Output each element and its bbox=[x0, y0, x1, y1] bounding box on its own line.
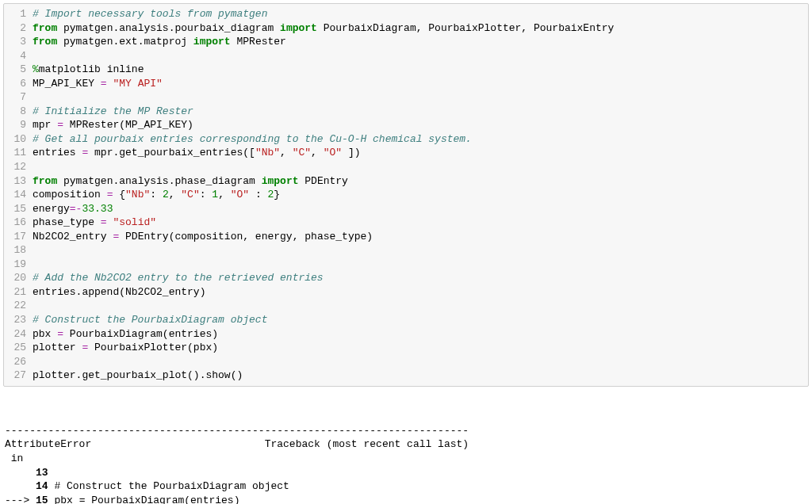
code-line[interactable]: 16phase_type = "solid" bbox=[4, 216, 808, 230]
code-source[interactable]: mpr = MPRester(MP_API_KEY) bbox=[33, 118, 808, 132]
code-source[interactable] bbox=[33, 90, 808, 105]
line-number: 25 bbox=[4, 341, 33, 355]
code-source[interactable]: # Get all pourbaix entries corresponding… bbox=[33, 132, 808, 147]
code-source[interactable]: # Construct the PourbaixDiagram object bbox=[33, 313, 808, 327]
code-source[interactable]: from pymatgen.analysis.phase_diagram imp… bbox=[33, 174, 808, 189]
code-line[interactable]: 25plotter = PourbaixPlotter(pbx) bbox=[4, 341, 808, 355]
output-line: 14 # Construct the PourbaixDiagram objec… bbox=[5, 479, 807, 494]
code-line[interactable]: 22 bbox=[4, 299, 808, 313]
code-source[interactable]: energy=-33.33 bbox=[33, 202, 808, 216]
code-line[interactable]: 13from pymatgen.analysis.phase_diagram i… bbox=[4, 174, 808, 189]
code-line[interactable]: 12 bbox=[4, 160, 808, 174]
line-number: 17 bbox=[4, 230, 33, 244]
line-number: 6 bbox=[4, 77, 33, 91]
line-number: 13 bbox=[4, 174, 33, 189]
line-number: 3 bbox=[4, 35, 33, 49]
line-number: 12 bbox=[4, 160, 33, 174]
line-number: 4 bbox=[4, 49, 33, 63]
line-number: 10 bbox=[4, 132, 33, 147]
code-source[interactable]: plotter.get_pourbaix_plot().show() bbox=[33, 368, 808, 383]
code-source[interactable]: entries.append(Nb2CO2_entry) bbox=[33, 285, 808, 300]
code-line[interactable]: 9mpr = MPRester(MP_API_KEY) bbox=[4, 118, 808, 132]
code-source[interactable]: pbx = PourbaixDiagram(entries) bbox=[33, 327, 808, 342]
output-line: 13 bbox=[5, 466, 807, 480]
code-line[interactable]: 21entries.append(Nb2CO2_entry) bbox=[4, 285, 808, 300]
code-source[interactable]: MP_API_KEY = "MY API" bbox=[33, 77, 808, 91]
code-source[interactable]: from pymatgen.ext.matproj import MPReste… bbox=[33, 35, 808, 49]
code-line[interactable]: 2from pymatgen.analysis.pourbaix_diagram… bbox=[4, 21, 808, 36]
code-line[interactable]: 3from pymatgen.ext.matproj import MPRest… bbox=[4, 35, 808, 49]
code-line[interactable]: 7 bbox=[4, 90, 808, 105]
line-number: 24 bbox=[4, 327, 33, 342]
code-line[interactable]: 11entries = mpr.get_pourbaix_entries(["N… bbox=[4, 146, 808, 160]
code-source[interactable]: phase_type = "solid" bbox=[33, 216, 808, 230]
output-line: AttributeError Traceback (most recent ca… bbox=[5, 437, 807, 452]
code-source[interactable]: from pymatgen.analysis.pourbaix_diagram … bbox=[33, 21, 808, 36]
line-number: 7 bbox=[4, 90, 33, 105]
code-line[interactable]: 8# Initialize the MP Rester bbox=[4, 105, 808, 119]
code-line[interactable]: 18 bbox=[4, 243, 808, 258]
code-line[interactable]: 6MP_API_KEY = "MY API" bbox=[4, 77, 808, 91]
line-number: 19 bbox=[4, 258, 33, 272]
code-source[interactable]: entries = mpr.get_pourbaix_entries(["Nb"… bbox=[33, 146, 808, 160]
line-number: 23 bbox=[4, 313, 33, 327]
output-line: ----------------------------------------… bbox=[5, 424, 807, 438]
code-source[interactable]: composition = {"Nb": 2, "C": 1, "O" : 2} bbox=[33, 188, 808, 202]
code-source[interactable] bbox=[33, 258, 808, 272]
code-line[interactable]: 24pbx = PourbaixDiagram(entries) bbox=[4, 327, 808, 342]
code-source[interactable]: # Initialize the MP Rester bbox=[33, 105, 808, 119]
line-number: 9 bbox=[4, 118, 33, 132]
code-line[interactable]: 19 bbox=[4, 258, 808, 272]
code-source[interactable]: plotter = PourbaixPlotter(pbx) bbox=[33, 341, 808, 355]
line-number: 18 bbox=[4, 243, 33, 258]
code-line[interactable]: 23# Construct the PourbaixDiagram object bbox=[4, 313, 808, 327]
line-number: 14 bbox=[4, 188, 33, 202]
code-line[interactable]: 4 bbox=[4, 49, 808, 63]
line-number: 20 bbox=[4, 271, 33, 285]
code-line[interactable]: 10# Get all pourbaix entries correspondi… bbox=[4, 132, 808, 147]
code-source[interactable] bbox=[33, 355, 808, 369]
code-line[interactable]: 14composition = {"Nb": 2, "C": 1, "O" : … bbox=[4, 188, 808, 202]
code-line[interactable]: 26 bbox=[4, 355, 808, 369]
code-source[interactable]: # Import necessary tools from pymatgen bbox=[33, 7, 808, 21]
code-source[interactable] bbox=[33, 299, 808, 313]
code-source[interactable]: Nb2CO2_entry = PDEntry(composition, ener… bbox=[33, 230, 808, 244]
line-number: 1 bbox=[4, 7, 33, 21]
line-number: 15 bbox=[4, 202, 33, 216]
output-line: in bbox=[5, 452, 807, 466]
line-number: 26 bbox=[4, 355, 33, 369]
code-input-cell[interactable]: 1# Import necessary tools from pymatgen2… bbox=[3, 3, 809, 387]
line-number: 27 bbox=[4, 368, 33, 383]
line-number: 16 bbox=[4, 216, 33, 230]
code-line[interactable]: 17Nb2CO2_entry = PDEntry(composition, en… bbox=[4, 230, 808, 244]
code-source[interactable] bbox=[33, 160, 808, 174]
code-source[interactable]: %matplotlib inline bbox=[33, 63, 808, 77]
code-source[interactable]: # Add the Nb2CO2 entry to the retrieved … bbox=[33, 271, 808, 285]
line-number: 8 bbox=[4, 105, 33, 119]
line-number: 21 bbox=[4, 285, 33, 300]
error-output: ----------------------------------------… bbox=[3, 393, 809, 504]
code-line[interactable]: 1# Import necessary tools from pymatgen bbox=[4, 7, 808, 21]
line-number: 22 bbox=[4, 299, 33, 313]
code-line[interactable]: 5%matplotlib inline bbox=[4, 63, 808, 77]
line-number: 2 bbox=[4, 21, 33, 36]
code-line[interactable]: 15energy=-33.33 bbox=[4, 202, 808, 216]
code-line[interactable]: 20# Add the Nb2CO2 entry to the retrieve… bbox=[4, 271, 808, 285]
code-line[interactable]: 27plotter.get_pourbaix_plot().show() bbox=[4, 368, 808, 383]
line-number: 11 bbox=[4, 146, 33, 160]
code-source[interactable] bbox=[33, 243, 808, 258]
line-number: 5 bbox=[4, 63, 33, 77]
code-source[interactable] bbox=[33, 49, 808, 63]
output-line: ---> 15 pbx = PourbaixDiagram(entries) bbox=[5, 494, 807, 504]
